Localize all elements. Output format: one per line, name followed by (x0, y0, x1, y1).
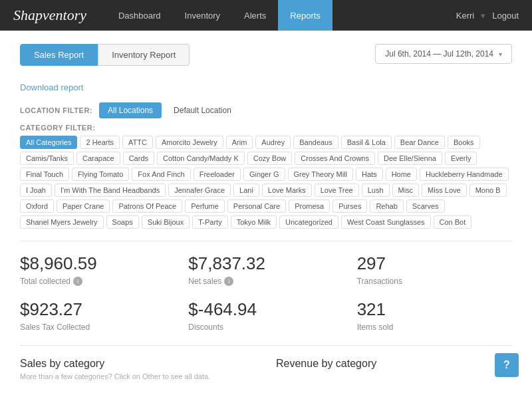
category-tag-46[interactable]: Shanel Myers Jewelry (20, 215, 104, 229)
category-tag-33[interactable]: Lush (362, 184, 390, 197)
category-tag-18[interactable]: Final Touch (20, 168, 69, 181)
category-tag-32[interactable]: Love Tree (315, 184, 359, 197)
category-tag-26[interactable]: Huckleberry Handmade (420, 168, 509, 181)
category-tag-35[interactable]: Miss Love (422, 184, 467, 197)
category-tag-53[interactable]: Con Bot (434, 215, 472, 229)
category-filter-row: CATEGORY FILTER: (20, 124, 512, 132)
stat-value-0: $8,960.59 (20, 253, 175, 274)
category-tag-39[interactable]: Patrons Of Peace (112, 199, 182, 213)
location-filter-label: LOCATION FILTER: (20, 106, 92, 114)
nav-user[interactable]: Kerri (456, 11, 474, 21)
category-tag-24[interactable]: Hats (356, 168, 383, 181)
info-icon-0[interactable]: i (73, 277, 82, 286)
category-tag-43[interactable]: Purses (332, 199, 367, 213)
stat-value-2: 297 (357, 253, 512, 274)
revenue-by-category-section: Revenue by category (276, 358, 512, 380)
nav-logout[interactable]: Logout (492, 11, 519, 21)
nav-inventory[interactable]: Inventory (173, 0, 232, 31)
category-tag-23[interactable]: Grey Theory Mill (288, 168, 353, 181)
category-tag-51[interactable]: Uncategorized (279, 215, 338, 229)
date-range-button[interactable]: Jul 6th, 2014 — Jul 12th, 2014 ▾ (375, 44, 512, 64)
category-tag-49[interactable]: T-Party (192, 215, 227, 229)
stat-value-4: $-464.94 (188, 299, 343, 320)
main-content: Sales Report Inventory Report Jul 6th, 2… (0, 31, 532, 397)
stat-item-2: 297Transactions (357, 253, 512, 286)
category-tag-19[interactable]: Flying Tomato (72, 168, 129, 181)
sections-row: Sales by category More than a few catego… (20, 358, 512, 380)
category-tag-44[interactable]: Rehab (370, 199, 403, 213)
category-tag-29[interactable]: Jennafer Grace (168, 184, 231, 197)
tab-sales-report[interactable]: Sales Report (20, 44, 98, 66)
divider-1 (20, 241, 512, 241)
top-row: Sales Report Inventory Report Jul 6th, 2… (20, 44, 512, 76)
divider-2 (20, 345, 512, 346)
category-tag-22[interactable]: Ginger G (243, 168, 285, 181)
category-tag-45[interactable]: Scarves (406, 199, 445, 213)
category-tag-21[interactable]: Freeloader (194, 168, 241, 181)
sales-by-category-subtitle: More than a few categories? Click on Oth… (20, 372, 256, 380)
stat-item-3: $923.27Sales Tax Collected (20, 299, 175, 332)
location-default[interactable]: Default Location (168, 103, 237, 118)
category-tag-48[interactable]: Suki Bijoux (142, 215, 190, 229)
category-tag-37[interactable]: Oxford (20, 199, 54, 213)
category-tag-20[interactable]: Fox And Finch (132, 168, 190, 181)
category-tag-6[interactable]: Bandeaus (293, 136, 338, 149)
help-button[interactable]: ? (495, 353, 519, 377)
download-report-link[interactable]: Download report (20, 82, 512, 92)
stat-item-1: $7,837.32Net salesi (188, 253, 343, 286)
category-tag-31[interactable]: Love Marks (262, 184, 312, 197)
category-tag-47[interactable]: Soaps (106, 215, 139, 229)
category-tag-9[interactable]: Books (448, 136, 480, 149)
category-tag-41[interactable]: Personal Care (227, 199, 286, 213)
category-tag-1[interactable]: 2 Hearts (80, 136, 120, 149)
category-tag-13[interactable]: Cotton Candy/Maddy K (157, 152, 245, 165)
category-tag-7[interactable]: Basil & Lola (341, 136, 392, 149)
nav-alerts[interactable]: Alerts (232, 0, 278, 31)
category-tag-27[interactable]: I Joah (20, 184, 52, 197)
category-tag-30[interactable]: Lani (233, 184, 259, 197)
location-filter-row: LOCATION FILTER: All Locations Default L… (20, 102, 512, 118)
nav-right: Kerri ▾ Logout (456, 11, 519, 21)
stat-label-1: Net salesi (188, 277, 343, 286)
category-tag-15[interactable]: Crosses And Crowns (295, 152, 375, 165)
category-tag-11[interactable]: Carapace (76, 152, 120, 165)
category-tag-12[interactable]: Cards (123, 152, 154, 165)
category-tag-52[interactable]: West Coast Sunglasses (341, 215, 431, 229)
category-tag-16[interactable]: Dee Elle/Sienna (378, 152, 442, 165)
category-tag-40[interactable]: Perfume (185, 199, 225, 213)
stat-label-4: Discounts (188, 323, 343, 332)
category-tags: All Categories2 HeartsATTCAmorcito Jewel… (20, 136, 512, 229)
location-all[interactable]: All Locations (99, 102, 162, 118)
category-tag-28[interactable]: I'm With The Band Headbands (55, 184, 166, 197)
stat-item-5: 321Items sold (357, 299, 512, 332)
category-tag-0[interactable]: All Categories (20, 136, 77, 149)
sales-by-category-section: Sales by category More than a few catego… (20, 358, 256, 380)
category-tag-36[interactable]: Mono B (469, 184, 507, 197)
category-filter-label: CATEGORY FILTER: (20, 124, 95, 132)
category-tag-38[interactable]: Paper Crane (57, 199, 110, 213)
category-tag-17[interactable]: Everly (445, 152, 477, 165)
category-tag-50[interactable]: Tokyo Milk (231, 215, 277, 229)
stat-value-5: 321 (357, 299, 512, 320)
category-tag-8[interactable]: Bear Dance (394, 136, 445, 149)
nav-reports[interactable]: Reports (278, 0, 332, 31)
category-tag-42[interactable]: Promesa (289, 199, 330, 213)
info-icon-1[interactable]: i (224, 277, 233, 286)
category-tag-14[interactable]: Cozy Bow (247, 152, 293, 165)
category-tag-2[interactable]: ATTC (122, 136, 153, 149)
revenue-by-category-title: Revenue by category (276, 358, 512, 370)
stat-value-1: $7,837.32 (188, 253, 343, 274)
category-tag-34[interactable]: Misc (392, 184, 420, 197)
category-tag-25[interactable]: Home (386, 168, 417, 181)
nav-dashboard[interactable]: Dashboard (106, 0, 173, 31)
stat-item-4: $-464.94Discounts (188, 299, 343, 332)
category-tag-10[interactable]: Camis/Tanks (20, 152, 74, 165)
category-tag-4[interactable]: Arim (226, 136, 253, 149)
category-tag-3[interactable]: Amorcito Jewelry (156, 136, 223, 149)
category-tag-5[interactable]: Audrey (255, 136, 291, 149)
navbar: Shapventory Dashboard Inventory Alerts R… (0, 0, 532, 31)
brand-logo[interactable]: Shapventory (13, 7, 86, 24)
sales-by-category-title: Sales by category (20, 358, 256, 370)
report-tabs: Sales Report Inventory Report (20, 44, 190, 66)
tab-inventory-report[interactable]: Inventory Report (98, 44, 190, 66)
